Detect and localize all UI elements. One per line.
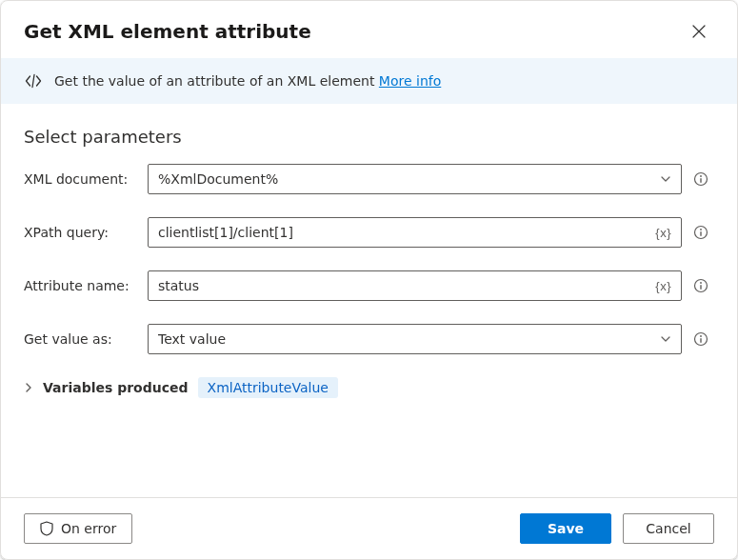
cancel-label: Cancel	[646, 521, 690, 536]
help-icon-xpath-query[interactable]	[691, 223, 710, 242]
label-attribute-name: Attribute name:	[24, 278, 138, 293]
footer-right: Save Cancel	[520, 513, 714, 544]
expand-variables-toggle[interactable]	[24, 383, 33, 392]
help-icon-xml-document[interactable]	[691, 170, 710, 189]
input-attribute-name[interactable]: status {x}	[148, 270, 682, 301]
variables-produced-label: Variables produced	[43, 380, 189, 395]
label-xml-document: XML document:	[24, 171, 138, 187]
on-error-button[interactable]: On error	[24, 513, 132, 544]
svg-point-7	[700, 282, 702, 284]
variable-picker-icon[interactable]: {x}	[655, 279, 671, 293]
svg-rect-5	[700, 231, 701, 236]
field-get-value-as: Get value as: Text value	[24, 324, 714, 354]
save-label: Save	[548, 521, 584, 536]
help-icon-attribute-name[interactable]	[691, 276, 710, 295]
svg-rect-2	[700, 178, 701, 183]
dialog: Get XML element attribute Get the value …	[0, 0, 738, 560]
section-heading: Select parameters	[24, 127, 714, 147]
input-xml-document[interactable]: %XmlDocument%	[148, 164, 682, 194]
input-attribute-name-value: status	[158, 278, 648, 293]
svg-point-10	[700, 335, 702, 337]
field-xml-document: XML document: %XmlDocument%	[24, 164, 714, 194]
on-error-label: On error	[61, 521, 116, 536]
more-info-link[interactable]: More info	[379, 73, 441, 89]
input-xpath-query[interactable]: clientlist[1]/client[1] {x}	[148, 217, 682, 248]
dialog-body: Select parameters XML document: %XmlDocu…	[1, 104, 737, 497]
field-attribute-name: Attribute name: status {x}	[24, 270, 714, 301]
cancel-button[interactable]: Cancel	[623, 513, 714, 544]
svg-rect-11	[700, 338, 701, 343]
variable-chip-xmlattributevalue[interactable]: XmlAttributeValue	[198, 377, 338, 398]
dialog-footer: On error Save Cancel	[1, 497, 737, 559]
svg-point-1	[700, 175, 702, 177]
help-icon-get-value-as[interactable]	[691, 330, 710, 349]
code-tag-icon	[24, 71, 43, 90]
info-bar: Get the value of an attribute of an XML …	[1, 58, 737, 104]
label-get-value-as: Get value as:	[24, 331, 138, 347]
shield-icon	[40, 521, 53, 536]
close-icon	[692, 25, 706, 38]
svg-rect-8	[700, 285, 701, 290]
svg-point-4	[700, 229, 702, 230]
dialog-header: Get XML element attribute	[1, 1, 737, 58]
dialog-title: Get XML element attribute	[24, 20, 311, 43]
input-xml-document-value: %XmlDocument%	[158, 171, 652, 187]
chevron-down-icon	[660, 173, 671, 185]
field-xpath-query: XPath query: clientlist[1]/client[1] {x}	[24, 217, 714, 248]
chevron-down-icon	[660, 333, 671, 345]
save-button[interactable]: Save	[520, 513, 611, 544]
info-text: Get the value of an attribute of an XML …	[54, 73, 441, 89]
variables-produced-row: Variables produced XmlAttributeValue	[24, 377, 714, 398]
input-xpath-query-value: clientlist[1]/client[1]	[158, 225, 648, 240]
select-get-value-as-value: Text value	[158, 331, 652, 347]
info-text-content: Get the value of an attribute of an XML …	[54, 73, 374, 89]
select-get-value-as[interactable]: Text value	[148, 324, 682, 354]
variable-picker-icon[interactable]: {x}	[655, 226, 671, 240]
close-button[interactable]	[684, 16, 714, 47]
label-xpath-query: XPath query:	[24, 225, 138, 240]
